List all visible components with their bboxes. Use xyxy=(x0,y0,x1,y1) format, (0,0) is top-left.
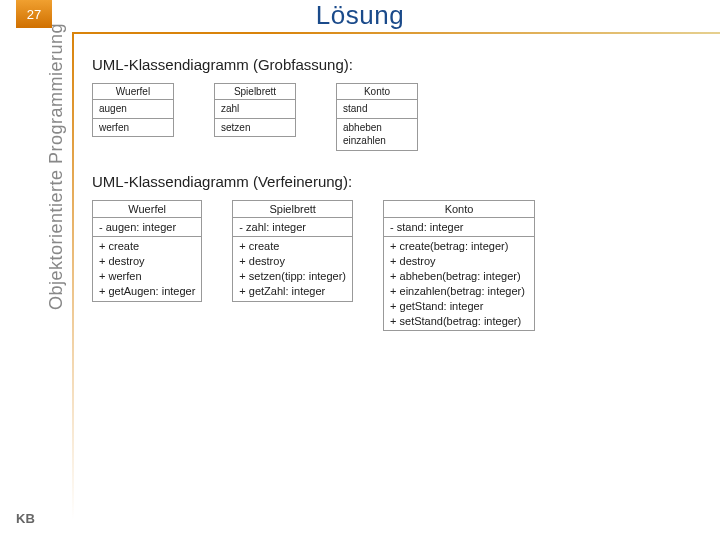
divider-vertical xyxy=(72,32,74,520)
op: + getStand: integer xyxy=(390,299,528,314)
heading-grob: UML-Klassendiagramm (Grobfassung): xyxy=(92,56,700,73)
sidebar-label: Objektorientierte Programmierung xyxy=(46,23,67,310)
class-name: Wuerfel xyxy=(93,84,173,100)
op: + create(betrag: integer) xyxy=(390,239,528,254)
uml-class-konto-grob: Konto stand abheben einzahlen xyxy=(336,83,418,151)
footer-author: KB xyxy=(16,511,35,526)
op: + abheben(betrag: integer) xyxy=(390,269,528,284)
op: + destroy xyxy=(390,254,528,269)
attr: - augen: integer xyxy=(99,220,195,235)
header: 27 Lösung xyxy=(0,0,720,34)
class-name: Spielbrett xyxy=(233,201,352,218)
op: + destroy xyxy=(99,254,195,269)
op: + getAugen: integer xyxy=(99,284,195,299)
op: werfen xyxy=(99,121,167,135)
class-name: Wuerfel xyxy=(93,201,201,218)
op: + getZahl: integer xyxy=(239,284,346,299)
op: + setStand(betrag: integer) xyxy=(390,314,528,329)
op: + destroy xyxy=(239,254,346,269)
attr: - stand: integer xyxy=(390,220,528,235)
op: + create xyxy=(99,239,195,254)
class-name: Konto xyxy=(384,201,534,218)
slide-title: Lösung xyxy=(0,0,720,31)
content-area: UML-Klassendiagramm (Grobfassung): Wuerf… xyxy=(92,52,700,500)
op: einzahlen xyxy=(343,134,411,148)
class-name: Spielbrett xyxy=(215,84,295,100)
uml-class-konto-verf: Konto - stand: integer + create(betrag: … xyxy=(383,200,535,332)
uml-class-wuerfel-grob: Wuerfel augen werfen xyxy=(92,83,174,137)
attr: - zahl: integer xyxy=(239,220,346,235)
slide: 27 Lösung Objektorientierte Programmieru… xyxy=(0,0,720,540)
op: setzen xyxy=(221,121,289,135)
attr: zahl xyxy=(221,102,289,116)
attr: augen xyxy=(99,102,167,116)
uml-class-spielbrett-grob: Spielbrett zahl setzen xyxy=(214,83,296,137)
row-verfeinerung: Wuerfel - augen: integer + create + dest… xyxy=(92,200,700,332)
row-grob: Wuerfel augen werfen Spielbrett zahl set… xyxy=(92,83,700,151)
op: + werfen xyxy=(99,269,195,284)
op: abheben xyxy=(343,121,411,135)
divider-horizontal xyxy=(72,32,720,34)
uml-class-spielbrett-verf: Spielbrett - zahl: integer + create + de… xyxy=(232,200,353,302)
attr: stand xyxy=(343,102,411,116)
op: + einzahlen(betrag: integer) xyxy=(390,284,528,299)
op: + create xyxy=(239,239,346,254)
op: + setzen(tipp: integer) xyxy=(239,269,346,284)
class-name: Konto xyxy=(337,84,417,100)
uml-class-wuerfel-verf: Wuerfel - augen: integer + create + dest… xyxy=(92,200,202,302)
heading-verfeinerung: UML-Klassendiagramm (Verfeinerung): xyxy=(92,173,700,190)
